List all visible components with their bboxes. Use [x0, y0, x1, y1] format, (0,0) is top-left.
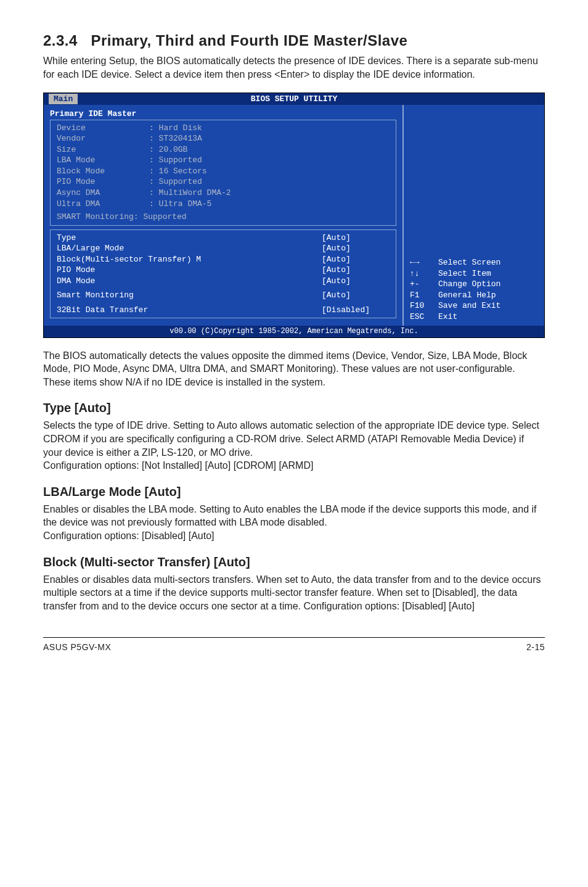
- type-desc: Selects the type of IDE drive. Setting t…: [43, 420, 539, 457]
- type-body: Selects the type of IDE drive. Setting t…: [43, 419, 545, 472]
- setting-smart-value[interactable]: [Auto]: [322, 290, 390, 301]
- help-key-esc: ESC: [410, 311, 438, 323]
- section-heading: 2.3.4 Primary, Third and Fourth IDE Mast…: [43, 31, 545, 51]
- page-footer: ASUS P5GV-MX 2-15: [43, 637, 545, 653]
- bios-settings-group: Type[Auto] LBA/Large Mode[Auto] Block(Mu…: [50, 229, 396, 319]
- bios-screenshot: Main BIOS SETUP UTILITY Primary IDE Mast…: [43, 93, 545, 338]
- bios-footer: v00.00 (C)Copyright 1985-2002, American …: [44, 326, 544, 337]
- help-text-change-option: Change Option: [438, 279, 500, 290]
- setting-pio-label[interactable]: PIO Mode: [57, 265, 322, 276]
- bios-tab-main[interactable]: Main: [49, 94, 78, 105]
- help-text-general-help: General Help: [438, 290, 496, 301]
- bios-panel-title: Primary IDE Master: [50, 109, 396, 120]
- bios-utility-title: BIOS SETUP UTILITY: [251, 94, 337, 104]
- lba-body: Enables or disables the LBA mode. Settin…: [43, 503, 545, 543]
- setting-type-label[interactable]: Type: [57, 233, 322, 244]
- bios-info-group: Device: Hard Disk Vendor: ST320413A Size…: [50, 120, 396, 226]
- help-key-arrows-lr: ←→: [410, 257, 438, 268]
- bios-help-panel: ←→Select Screen ↑↓Select Item +-Change O…: [402, 105, 544, 326]
- info-ultra-label: Ultra DMA: [57, 199, 149, 210]
- setting-type-value[interactable]: [Auto]: [322, 233, 390, 244]
- info-size-label: Size: [57, 144, 149, 155]
- help-text-select-screen: Select Screen: [438, 257, 500, 268]
- footer-left: ASUS P5GV-MX: [43, 642, 111, 653]
- section-intro: While entering Setup, the BIOS automatic…: [43, 54, 545, 81]
- setting-lba-label[interactable]: LBA/Large Mode: [57, 243, 322, 254]
- footer-right: 2-15: [526, 642, 545, 653]
- setting-lba-value[interactable]: [Auto]: [322, 243, 390, 254]
- info-lba-value: : Supported: [149, 155, 202, 166]
- type-opts: Configuration options: [Not Installed] […: [43, 460, 313, 471]
- info-ultra-value: : Ultra DMA-5: [149, 199, 211, 210]
- setting-block-value[interactable]: [Auto]: [322, 254, 390, 265]
- setting-smart-label[interactable]: Smart Monitoring: [57, 290, 322, 301]
- help-key-f10: F10: [410, 300, 438, 311]
- setting-dma-label[interactable]: DMA Mode: [57, 276, 322, 287]
- paragraph-after-bios: The BIOS automatically detects the value…: [43, 349, 545, 389]
- info-pio-label: PIO Mode: [57, 176, 149, 188]
- info-smart: SMART Monitoring: Supported: [57, 212, 390, 223]
- section-title: Primary, Third and Fourth IDE Master/Sla…: [91, 32, 407, 49]
- lba-opts: Configuration options: [Disabled] [Auto]: [43, 530, 214, 541]
- block-body: Enables or disables data multi-sectors t…: [43, 573, 545, 613]
- info-pio-value: : Supported: [149, 176, 202, 188]
- lba-desc: Enables or disables the LBA mode. Settin…: [43, 504, 537, 528]
- help-text-exit: Exit: [438, 311, 457, 323]
- bios-left-panel: Primary IDE Master Device: Hard Disk Ven…: [44, 105, 402, 326]
- help-text-save-exit: Save and Exit: [438, 300, 500, 311]
- block-heading: Block (Multi-sector Transfer) [Auto]: [43, 554, 545, 571]
- help-key-arrows-ud: ↑↓: [410, 268, 438, 279]
- setting-xfer-label[interactable]: 32Bit Data Transfer: [57, 305, 322, 316]
- help-key-f1: F1: [410, 290, 438, 301]
- info-lba-label: LBA Mode: [57, 155, 149, 166]
- help-text-select-item: Select Item: [438, 268, 491, 279]
- info-device-value: : Hard Disk: [149, 123, 202, 134]
- lba-heading: LBA/Large Mode [Auto]: [43, 484, 545, 500]
- setting-pio-value[interactable]: [Auto]: [322, 265, 390, 276]
- info-async-label: Async DMA: [57, 188, 149, 199]
- bios-titlebar: Main BIOS SETUP UTILITY: [44, 93, 544, 105]
- section-number: 2.3.4: [43, 32, 78, 49]
- info-block-value: : 16 Sectors: [149, 166, 207, 177]
- info-device-label: Device: [57, 123, 149, 134]
- setting-dma-value[interactable]: [Auto]: [322, 276, 390, 287]
- setting-xfer-value[interactable]: [Disabled]: [322, 305, 390, 316]
- info-async-value: : MultiWord DMA-2: [149, 188, 231, 199]
- info-vendor-label: Vendor: [57, 133, 149, 144]
- info-block-label: Block Mode: [57, 166, 149, 177]
- info-vendor-value: : ST320413A: [149, 133, 202, 144]
- help-key-plusminus: +-: [410, 279, 438, 290]
- setting-block-label[interactable]: Block(Multi-sector Transfer) M: [57, 254, 322, 265]
- type-heading: Type [Auto]: [43, 400, 545, 416]
- info-size-value: : 20.0GB: [149, 144, 187, 155]
